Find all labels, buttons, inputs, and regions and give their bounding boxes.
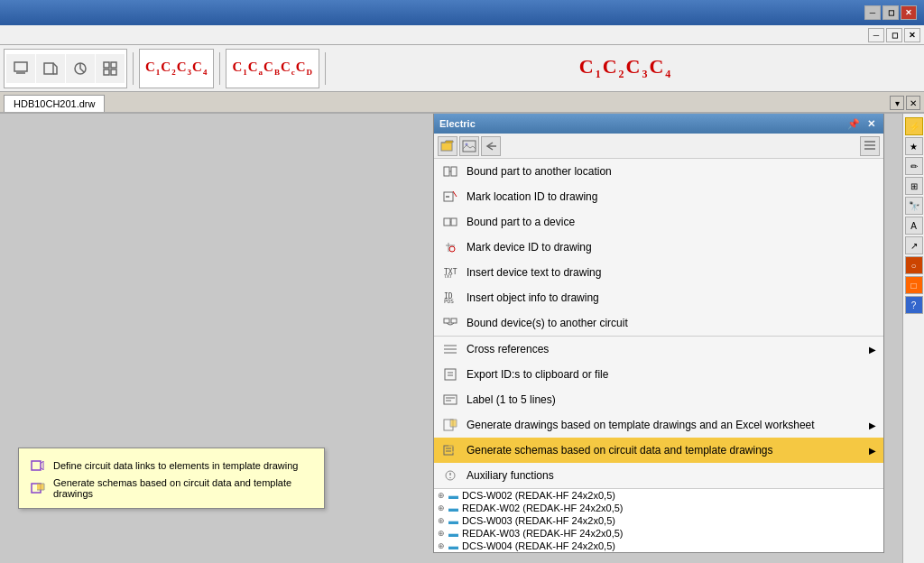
separator-1 — [133, 52, 134, 85]
menu-item-label[interactable]: Label (1 to 5 lines) — [434, 387, 883, 412]
auxiliary-icon — [441, 466, 459, 485]
svg-point-24 — [449, 246, 455, 252]
app-title-bar: ─ ◻ ✕ — [0, 25, 924, 45]
sidebar-btn-orange[interactable]: □ — [905, 276, 923, 294]
center-label-area: C1C2C3C4 — [331, 55, 920, 81]
sidebar-btn-circle[interactable]: ○ — [905, 256, 923, 274]
tree-label-1: REDAK-W02 (REDAK-HF 24x2x0,5) — [462, 503, 624, 513]
svg-rect-47 — [32, 461, 41, 470]
toolbar-btn-4[interactable] — [96, 54, 125, 83]
menu-label-mark-location-id: Mark location ID to drawing — [467, 190, 597, 203]
sidebar-btn-table[interactable]: ⊞ — [905, 177, 923, 195]
tree-label-4: DCS-W004 (REDAK-HF 24x2x0,5) — [462, 540, 615, 551]
menu-label-cross-references: Cross references — [467, 343, 549, 355]
tooltip-icon-1 — [30, 480, 46, 496]
svg-rect-5 — [111, 62, 116, 68]
svg-rect-4 — [104, 62, 109, 68]
tree-icon-4: ▬ — [448, 540, 458, 551]
app-close-button[interactable]: ✕ — [904, 28, 920, 42]
menu-item-export-ids[interactable]: Export ID:s to clipboard or file — [434, 362, 883, 387]
panel-close-icon[interactable]: ✕ — [864, 118, 878, 130]
menu-label-mark-device-id: Mark device ID to drawing — [467, 241, 592, 254]
menu-item-generate-drawings[interactable]: Generate drawings based on template draw… — [434, 412, 883, 438]
tab-controls: ▾ ✕ — [890, 96, 920, 110]
menu-item-insert-device-text[interactable]: TXTTXT Insert device text to drawing — [434, 260, 883, 285]
restore-button[interactable]: ◻ — [882, 5, 899, 20]
tab-pin-button[interactable]: ▾ — [890, 96, 904, 110]
tooltip-row-0: Define circuit data links to elements in… — [30, 456, 313, 475]
label-icon — [441, 391, 459, 409]
svg-text:TXT: TXT — [444, 273, 452, 279]
window-controls: ─ ◻ ✕ — [864, 5, 917, 20]
svg-text:POS: POS — [444, 298, 454, 304]
toolbar-btn-3[interactable] — [66, 54, 95, 83]
panel-pin-icon[interactable]: 📌 — [845, 118, 863, 130]
sidebar-btn-question[interactable]: ? — [905, 296, 923, 314]
menu-label-insert-object-info: Insert object info to drawing — [467, 291, 599, 304]
svg-rect-30 — [451, 318, 457, 323]
app-minimize-button[interactable]: ─ — [868, 28, 884, 42]
toolbar-btn-1[interactable] — [6, 54, 35, 83]
tree-icon-3: ▬ — [448, 528, 458, 539]
center-label: C1C2C3C4 — [579, 55, 673, 81]
electric-panel-header: Electric 📌 ✕ — [434, 114, 883, 134]
svg-rect-41 — [444, 446, 453, 455]
toolbar-group-labels: C1C2C3C4 — [139, 49, 214, 88]
svg-rect-12 — [864, 144, 875, 146]
menu-item-mark-device-id[interactable]: Mark device ID to drawing — [434, 235, 883, 260]
sidebar-btn-lightning[interactable]: ⚡ — [905, 117, 923, 135]
bound-devices-circuit-icon — [441, 314, 459, 332]
tree-icon-2: ▬ — [448, 515, 458, 526]
bound-part-location-icon — [441, 162, 459, 180]
tab-close-button[interactable]: ✕ — [906, 96, 920, 110]
toolbar-btn-2[interactable] — [36, 54, 65, 83]
tree-item-3[interactable]: ⊕ ▬ REDAK-W03 (REDAK-HF 24x2x0,5) — [434, 527, 883, 540]
generate-drawings-icon — [441, 416, 459, 434]
menu-item-cross-references[interactable]: Cross references ▶ — [434, 336, 883, 362]
e-btn-open[interactable] — [438, 136, 457, 156]
e-btn-settings[interactable] — [860, 136, 880, 156]
tree-item-0[interactable]: ⊕ ▬ DCS-W002 (REDAK-HF 24x2x0,5) — [434, 489, 883, 502]
tree-area: ⊕ ▬ DCS-W002 (REDAK-HF 24x2x0,5) ⊕ ▬ RED… — [434, 488, 883, 552]
svg-rect-21 — [444, 218, 450, 226]
app-restore-button[interactable]: ◻ — [886, 28, 902, 42]
tree-item-4[interactable]: ⊕ ▬ DCS-W004 (REDAK-HF 24x2x0,5) — [434, 540, 883, 552]
menu-label-label: Label (1 to 5 lines) — [467, 393, 556, 406]
menu-item-insert-object-info[interactable]: IDPOS Insert object info to drawing — [434, 285, 883, 310]
separator-2 — [219, 52, 220, 85]
close-button[interactable]: ✕ — [901, 5, 917, 20]
tooltip-row-1: Generate schemas based on circuit data a… — [30, 475, 313, 501]
tree-item-1[interactable]: ⊕ ▬ REDAK-W02 (REDAK-HF 24x2x0,5) — [434, 502, 883, 514]
sidebar-btn-a[interactable]: A — [905, 217, 923, 235]
menu-label-auxiliary: Auxiliary functions — [467, 469, 554, 482]
e-btn-back[interactable] — [481, 136, 501, 156]
mark-location-icon — [441, 188, 459, 206]
sidebar-btn-pencil[interactable]: ✏ — [905, 157, 923, 175]
menu-label-bound-part-device: Bound part to a device — [467, 216, 575, 228]
tree-icon-1: ▬ — [448, 503, 458, 513]
menu-item-bound-part-device[interactable]: Bound part to a device — [434, 209, 883, 235]
sidebar-btn-arrow[interactable]: ↗ — [905, 236, 923, 254]
svg-rect-14 — [864, 141, 875, 143]
menu-item-bound-devices-circuit[interactable]: Bound device(s) to another circuit — [434, 310, 883, 336]
tab-drawing[interactable]: HDB10CH201.drw — [4, 95, 105, 112]
electric-panel-toolbar — [434, 134, 883, 159]
menu-item-mark-location-id[interactable]: Mark location ID to drawing — [434, 184, 883, 209]
toolbar-label-1: C1C2C3C4 — [145, 60, 208, 77]
menu-item-auxiliary[interactable]: Auxiliary functions — [434, 463, 883, 488]
electric-panel-title: Electric — [439, 118, 476, 129]
svg-line-20 — [453, 191, 457, 197]
sidebar-btn-star[interactable]: ★ — [905, 137, 923, 155]
right-sidebar: ⚡ ★ ✏ ⊞ 🔭 A ↗ ○ □ ? — [902, 114, 924, 563]
e-btn-image[interactable] — [459, 136, 479, 156]
minimize-button[interactable]: ─ — [864, 5, 881, 20]
svg-rect-16 — [451, 167, 457, 176]
menu-item-generate-schemas[interactable]: Generate schemas based on circuit data a… — [434, 438, 883, 463]
tree-item-2[interactable]: ⊕ ▬ DCS-W003 (REDAK-HF 24x2x0,5) — [434, 514, 883, 527]
generate-drawings-arrow: ▶ — [869, 420, 876, 430]
menu-item-bound-part-location[interactable]: Bound part to another location — [434, 159, 883, 184]
sidebar-btn-binoculars[interactable]: 🔭 — [905, 197, 923, 215]
menu-label-bound-part-location: Bound part to another location — [467, 165, 612, 178]
tree-label-2: DCS-W003 (REDAK-HF 24x2x0,5) — [462, 515, 615, 526]
tree-label-3: REDAK-W03 (REDAK-HF 24x2x0,5) — [462, 528, 624, 539]
